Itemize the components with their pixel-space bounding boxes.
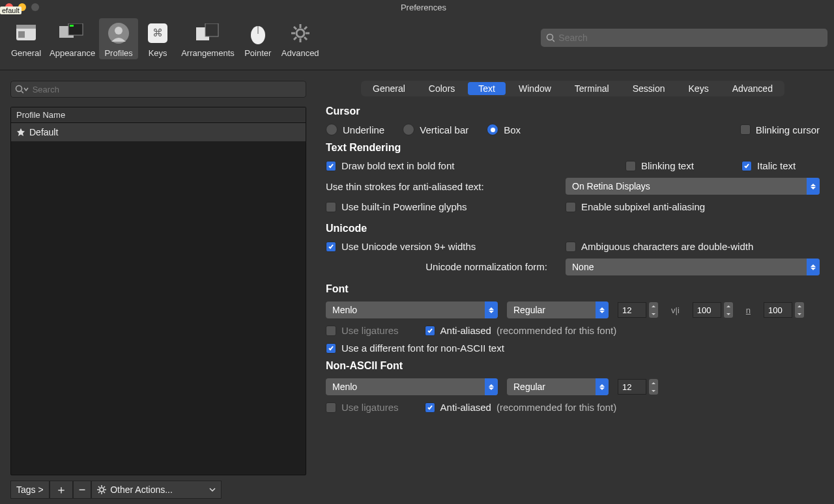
toolbar-profiles-label: Profiles	[104, 48, 132, 58]
font-aa-label: Anti-aliased	[440, 325, 491, 336]
cursor-underline-radio[interactable]: Underline	[326, 124, 384, 135]
appearance-icon	[57, 20, 88, 47]
svg-line-34	[98, 492, 100, 493]
font-hspace-input[interactable]: 100	[693, 302, 733, 318]
font-ligatures-label: Use ligatures	[341, 325, 399, 336]
powerline-label: Use built-in Powerline glyphs	[341, 201, 467, 212]
cursor-vbar-radio[interactable]: Vertical bar	[403, 124, 468, 135]
thin-strokes-select[interactable]: On Retina Displays	[566, 178, 820, 195]
toolbar-appearance[interactable]: Appearance	[46, 18, 99, 59]
titlebar: Preferences	[0, 0, 834, 14]
toolbar-keys-label: Keys	[149, 48, 167, 58]
arrangements-icon	[192, 20, 223, 47]
stepper-icon[interactable]	[649, 302, 658, 318]
vspacing-icon: n	[746, 305, 751, 315]
toolbar: General Appearance Profiles ⌘ Keys	[0, 14, 834, 70]
star-icon	[16, 128, 25, 137]
stepper-icon[interactable]	[724, 302, 733, 318]
font-family-select[interactable]: Menlo	[326, 301, 498, 318]
nafont-ligatures-label: Use ligatures	[341, 402, 399, 413]
subtab-text[interactable]: Text	[468, 82, 506, 95]
font-vspace-input[interactable]: 100	[764, 302, 804, 318]
bold-text-check[interactable]: Draw bold text in bold font	[326, 160, 454, 171]
svg-line-20	[304, 37, 307, 40]
section-unicode-title: Unicode	[326, 223, 820, 234]
subtab-window[interactable]: Window	[508, 82, 562, 95]
search-icon	[546, 33, 554, 42]
font-ligatures-check[interactable]: Use ligatures	[326, 325, 399, 336]
content: General Colors Text Window Terminal Sess…	[311, 70, 834, 504]
toolbar-keys[interactable]: ⌘ Keys	[138, 18, 177, 59]
blinking-text-check[interactable]: Blinking text	[626, 160, 723, 171]
nafont-style-select[interactable]: Regular	[507, 378, 609, 395]
ambiguous-width-label: Ambiguous characters are double-width	[581, 241, 753, 252]
tooltip: efault	[0, 7, 22, 14]
font-aa-check[interactable]: Anti-aliased	[425, 325, 491, 336]
nafont-family-select[interactable]: Menlo	[326, 378, 498, 395]
section-textrender-title: Text Rendering	[326, 142, 820, 154]
subtabs: General Colors Text Window Terminal Sess…	[361, 81, 784, 96]
svg-line-33	[104, 492, 105, 493]
unicode-v9-check[interactable]: Use Unicode version 9+ widths	[326, 241, 476, 252]
window-title: Preferences	[39, 3, 834, 12]
profile-list-header[interactable]: Profile Name	[11, 107, 306, 123]
svg-line-35	[104, 486, 105, 488]
subtab-advanced[interactable]: Advanced	[722, 82, 783, 95]
italic-text-check[interactable]: Italic text	[741, 160, 820, 171]
toolbar-search-input[interactable]	[558, 33, 822, 43]
non-ascii-font-check[interactable]: Use a different font for non-ASCII text	[326, 343, 504, 354]
tags-button[interactable]: Tags >	[10, 481, 50, 499]
unicode-norm-select[interactable]: None	[566, 259, 820, 275]
blinking-cursor-check[interactable]: Blinking cursor	[740, 124, 820, 135]
subtab-terminal[interactable]: Terminal	[564, 82, 620, 95]
subtab-general[interactable]: General	[362, 82, 416, 95]
general-icon	[10, 20, 42, 47]
cursor-box-radio[interactable]: Box	[487, 124, 521, 135]
toolbar-search[interactable]	[541, 29, 827, 47]
nafont-size-input[interactable]: 12	[618, 379, 658, 395]
svg-line-24	[553, 40, 554, 42]
hspacing-icon: v|i	[671, 305, 680, 315]
toolbar-advanced[interactable]: Advanced	[278, 18, 323, 59]
gear-icon	[97, 485, 106, 494]
nafont-aa-check[interactable]: Anti-aliased	[425, 402, 491, 413]
font-style-value: Regular	[507, 305, 596, 315]
chevron-down-icon	[23, 87, 29, 92]
stepper-icon[interactable]	[795, 302, 804, 318]
font-size-value: 12	[618, 302, 646, 318]
toolbar-general[interactable]: General	[7, 18, 46, 59]
toolbar-arrangements[interactable]: Arrangements	[177, 18, 238, 59]
remove-profile-button[interactable]: −	[73, 481, 92, 499]
add-profile-button[interactable]: ＋	[50, 481, 73, 499]
subtab-keys[interactable]: Keys	[678, 82, 719, 95]
unicode-norm-label: Unicode normalization form:	[425, 261, 547, 272]
profile-search-input[interactable]	[33, 85, 302, 94]
chevron-down-icon	[209, 486, 216, 493]
bold-text-label: Draw bold text in bold font	[341, 160, 454, 171]
toolbar-profiles[interactable]: Profiles	[99, 18, 138, 59]
nafont-family-value: Menlo	[326, 382, 485, 392]
svg-rect-1	[16, 25, 36, 29]
unicode-v9-label: Use Unicode version 9+ widths	[341, 241, 476, 252]
profile-row-default[interactable]: Default	[11, 123, 306, 141]
svg-line-22	[304, 27, 307, 29]
other-actions-button[interactable]: Other Actions...	[91, 481, 222, 499]
profile-search[interactable]	[10, 81, 306, 98]
toolbar-pointer[interactable]: Pointer	[238, 18, 278, 59]
subpixel-check[interactable]: Enable subpixel anti-aliasing	[566, 201, 820, 212]
subtab-session[interactable]: Session	[622, 82, 676, 95]
font-style-select[interactable]: Regular	[507, 301, 609, 318]
toolbar-arrangements-label: Arrangements	[181, 48, 235, 58]
ambiguous-width-check[interactable]: Ambiguous characters are double-width	[566, 241, 820, 252]
font-size-input[interactable]: 12	[618, 302, 658, 318]
toolbar-pointer-label: Pointer	[244, 48, 271, 58]
nafont-ligatures-check[interactable]: Use ligatures	[326, 402, 399, 413]
search-icon	[15, 85, 23, 94]
window-zoom-button[interactable]	[31, 3, 39, 11]
font-vspace-value: 100	[764, 302, 792, 318]
powerline-check[interactable]: Use built-in Powerline glyphs	[326, 201, 467, 212]
unicode-norm-value: None	[566, 262, 807, 272]
subtab-colors[interactable]: Colors	[418, 82, 465, 95]
svg-point-7	[115, 27, 122, 35]
stepper-icon[interactable]	[649, 379, 658, 395]
